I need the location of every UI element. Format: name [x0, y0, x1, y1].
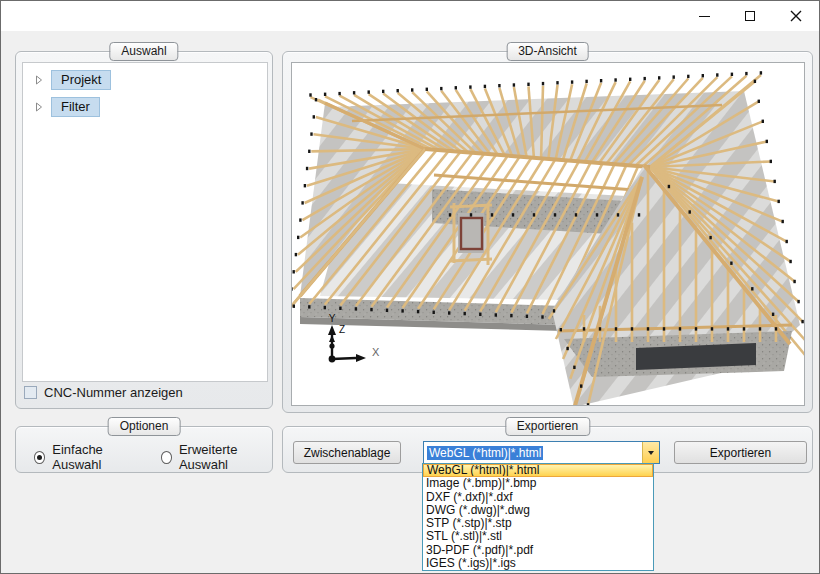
dropdown-item[interactable]: STP (*.stp)|*.stp — [423, 517, 653, 530]
tree-item-label: Filter — [51, 97, 100, 117]
radio-unselected-icon — [161, 451, 172, 464]
close-button[interactable] — [773, 2, 819, 30]
expander-icon[interactable] — [33, 102, 45, 112]
minimize-button[interactable] — [681, 2, 727, 30]
format-combobox[interactable]: WebGL (*html)|*.html — [423, 441, 660, 464]
tree-item-label: Projekt — [51, 70, 111, 90]
selection-groupbox: Auswahl ProjektFilter CNC-Nummer anzeige… — [15, 51, 273, 409]
export-dialog-window: Auswahl ProjektFilter CNC-Nummer anzeige… — [0, 0, 820, 574]
clipboard-button[interactable]: Zwischenablage — [293, 441, 401, 464]
roof-3d-render: YZX — [292, 63, 805, 406]
titlebar — [1, 1, 819, 31]
dropdown-item[interactable]: 3D-PDF (*.pdf)|*.pdf — [423, 544, 653, 557]
svg-text:Z: Z — [339, 324, 345, 335]
minimize-icon — [699, 16, 710, 17]
combo-dropdown-button[interactable] — [642, 442, 659, 463]
close-icon — [790, 10, 802, 22]
dropdown-item[interactable]: WebGL (*html)|*.html — [423, 464, 653, 477]
format-dropdown-list: WebGL (*html)|*.htmlImage (*.bmp)|*.bmpD… — [422, 463, 654, 571]
radio-simple-selection[interactable]: Einfache Auswahl — [34, 442, 139, 472]
format-combo-value: WebGL (*html)|*.html — [424, 442, 642, 463]
radio-extended-selection[interactable]: Erweiterte Auswahl — [161, 442, 272, 472]
dropdown-item[interactable]: STL (*.stl)|*.stl — [423, 530, 653, 543]
selection-group-title: Auswahl — [109, 42, 178, 61]
maximize-button[interactable] — [727, 2, 773, 30]
radio-selected-icon — [34, 451, 45, 464]
dropdown-item[interactable]: DXF (*.dxf)|*.dxf — [423, 491, 653, 504]
svg-text:X: X — [372, 346, 380, 358]
dropdown-item[interactable]: DWG (*.dwg)|*.dwg — [423, 504, 653, 517]
view3d-group-title: 3D-Ansicht — [506, 42, 589, 61]
chevron-down-icon — [648, 451, 654, 455]
export-button[interactable]: Exportieren — [674, 441, 807, 464]
dropdown-item[interactable]: Image (*.bmp)|*.bmp — [423, 477, 653, 490]
options-group-title: Optionen — [108, 417, 181, 436]
export-group-title: Exportieren — [505, 417, 590, 436]
view3d-groupbox: 3D-Ansicht YZX — [282, 51, 813, 413]
tree-item-projekt[interactable]: Projekt — [33, 70, 267, 90]
expander-icon[interactable] — [33, 75, 45, 85]
dropdown-item[interactable]: IGES (*.igs)|*.igs — [423, 557, 653, 570]
3d-viewport[interactable]: YZX — [291, 62, 805, 406]
cnc-number-checkbox[interactable] — [24, 386, 37, 399]
selection-tree[interactable]: ProjektFilter — [22, 62, 268, 382]
maximize-icon — [745, 11, 755, 21]
tree-item-filter[interactable]: Filter — [33, 97, 267, 117]
cnc-number-label: CNC-Nummer anzeigen — [44, 385, 183, 400]
cnc-number-row: CNC-Nummer anzeigen — [24, 382, 183, 402]
svg-text:Y: Y — [329, 313, 336, 324]
options-groupbox: Optionen Einfache Auswahl Erweiterte Aus… — [15, 426, 273, 473]
